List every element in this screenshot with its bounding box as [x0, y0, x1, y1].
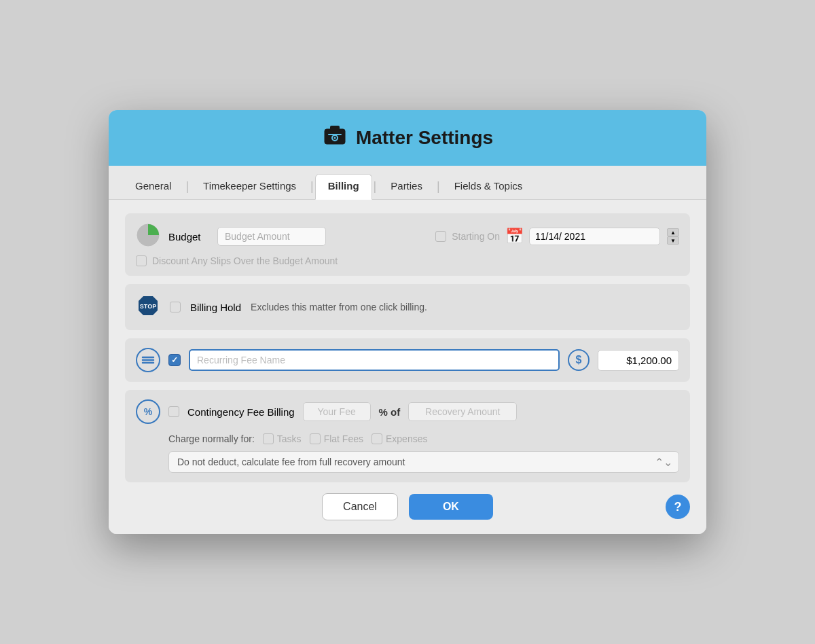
contingency-checkbox[interactable]	[168, 406, 179, 417]
recurring-row: ✓ $	[136, 348, 679, 372]
expenses-label: Expenses	[386, 433, 427, 444]
content-area: Budget Starting On 📅 ▲ ▼ Discount Any Sl…	[109, 200, 706, 534]
deduct-dropdown[interactable]: Do not deduct, calculate fee from full r…	[168, 451, 679, 473]
recurring-fee-checkbox[interactable]: ✓	[168, 354, 181, 366]
recurring-fee-section: ✓ $	[125, 338, 690, 382]
contingency-section: % Contingency Fee Billing % of Charge no…	[125, 390, 690, 482]
starting-on-label: Starting On	[452, 231, 500, 242]
budget-section: Budget Starting On 📅 ▲ ▼ Discount Any Sl…	[125, 213, 690, 276]
budget-label: Budget	[168, 231, 209, 243]
tab-divider-3: |	[372, 174, 378, 199]
recurring-fee-icon	[136, 348, 160, 372]
recurring-fee-amount-input[interactable]	[598, 350, 679, 371]
svg-text:STOP: STOP	[140, 303, 156, 310]
tab-divider-1: |	[184, 174, 190, 199]
charge-normally-label: Charge normally for:	[168, 433, 255, 444]
flat-fees-checkbox[interactable]	[310, 433, 321, 444]
settings-icon	[322, 122, 348, 154]
checkmark-icon: ✓	[171, 355, 178, 365]
billing-hold-checkbox[interactable]	[170, 302, 181, 312]
matter-settings-window: Matter Settings General | Timekeeper Set…	[109, 110, 706, 534]
billing-hold-label: Billing Hold	[190, 302, 241, 313]
tasks-checkbox-item: Tasks	[263, 433, 302, 444]
stepper-down[interactable]: ▼	[667, 236, 679, 245]
svg-rect-0	[325, 129, 345, 144]
tab-divider-2: |	[309, 174, 315, 199]
tasks-label: Tasks	[277, 433, 302, 444]
tab-billing[interactable]: Billing	[315, 174, 372, 200]
your-fee-input[interactable]	[303, 402, 371, 421]
dropdown-wrapper: Do not deduct, calculate fee from full r…	[168, 451, 679, 473]
expenses-checkbox[interactable]	[372, 433, 382, 444]
discount-label: Discount Any Slips Over the Budget Amoun…	[152, 255, 338, 266]
tabs-bar: General | Timekeeper Settings | Billing …	[109, 166, 706, 200]
calendar-icon[interactable]: 📅	[505, 228, 524, 245]
svg-rect-2	[330, 126, 340, 131]
tab-timekeeper[interactable]: Timekeeper Settings	[190, 174, 309, 199]
tab-parties[interactable]: Parties	[378, 174, 435, 199]
percent-of-label: % of	[379, 406, 401, 418]
recurring-fee-name-input[interactable]	[189, 349, 560, 371]
billing-hold-description: Excludes this matter from one click bill…	[251, 302, 679, 312]
tab-fields-topics[interactable]: Fields & Topics	[441, 174, 536, 199]
ok-button[interactable]: OK	[409, 494, 493, 520]
flat-fees-label: Flat Fees	[324, 433, 363, 444]
dollar-icon: $	[568, 349, 590, 371]
budget-amount-input[interactable]	[217, 227, 326, 246]
recovery-amount-input[interactable]	[408, 402, 517, 421]
svg-point-5	[333, 137, 336, 139]
tab-divider-4: |	[435, 174, 441, 199]
contingency-percent-icon: %	[136, 399, 160, 424]
billing-hold-section: STOP Billing Hold Excludes this matter f…	[125, 284, 690, 330]
dropdown-row: Do not deduct, calculate fee from full r…	[168, 451, 679, 473]
stepper-up[interactable]: ▲	[667, 228, 679, 236]
stop-sign-icon: STOP	[136, 293, 160, 321]
contingency-label: Contingency Fee Billing	[187, 406, 295, 418]
starting-on-checkbox[interactable]	[435, 231, 446, 242]
date-stepper[interactable]: ▲ ▼	[667, 228, 679, 245]
tasks-checkbox[interactable]	[263, 433, 274, 444]
budget-pie-icon	[136, 223, 160, 250]
window-title: Matter Settings	[356, 127, 493, 149]
charge-normally-row: Charge normally for: Tasks Flat Fees Exp…	[168, 433, 679, 444]
help-button[interactable]: ?	[666, 495, 690, 519]
title-bar: Matter Settings	[109, 110, 706, 166]
cancel-button[interactable]: Cancel	[322, 493, 398, 520]
budget-right: Starting On 📅 ▲ ▼	[435, 228, 679, 245]
flat-fees-checkbox-item: Flat Fees	[310, 433, 363, 444]
budget-top-row: Budget Starting On 📅 ▲ ▼	[136, 223, 679, 250]
expenses-checkbox-item: Expenses	[372, 433, 427, 444]
tab-general[interactable]: General	[122, 174, 184, 199]
discount-checkbox[interactable]	[136, 255, 147, 266]
buttons-row: Cancel OK ?	[125, 493, 690, 520]
contingency-row: % Contingency Fee Billing % of	[136, 399, 679, 424]
discount-row: Discount Any Slips Over the Budget Amoun…	[136, 255, 679, 266]
date-input[interactable]	[529, 228, 660, 245]
